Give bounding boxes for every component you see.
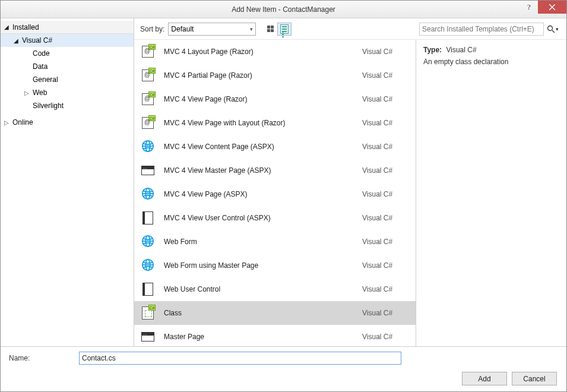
template-name: Web Form using Master Page xyxy=(164,261,354,270)
template-row[interactable]: •••Master PageVisual C# xyxy=(134,325,416,346)
template-name: MVC 4 Layout Page (Razor) xyxy=(164,48,354,56)
sidebar-item-code[interactable]: Code xyxy=(1,47,134,60)
sidebar-header-installed[interactable]: ◢ Installed xyxy=(1,21,134,34)
template-name: MVC 4 View Page (Razor) xyxy=(164,95,354,103)
template-list[interactable]: C#MVC 4 Layout Page (Razor)Visual C#C#MV… xyxy=(134,40,416,346)
template-row[interactable]: •••MVC 4 View Master Page (ASPX)Visual C… xyxy=(134,159,416,182)
template-lang: Visual C# xyxy=(362,190,410,198)
template-row[interactable]: MVC 4 View Content Page (ASPX)Visual C# xyxy=(134,135,416,159)
sidebar-item-label: Data xyxy=(33,62,47,71)
user-control-icon xyxy=(142,211,153,225)
details-pane: Type: Visual C# An empty class declarati… xyxy=(416,40,566,346)
template-row[interactable]: C#MVC 4 View Page (Razor)Visual C# xyxy=(134,87,416,111)
name-input[interactable] xyxy=(79,352,401,365)
sidebar-item-label: Code xyxy=(33,49,50,58)
template-lang: Visual C# xyxy=(362,238,410,246)
template-lang: Visual C# xyxy=(362,285,410,293)
list-icon xyxy=(280,24,289,34)
template-name: Class xyxy=(164,309,354,317)
template-row[interactable]: MVC 4 View Page (ASPX)Visual C# xyxy=(134,182,416,206)
chevron-down-icon: ◢ xyxy=(14,37,21,44)
sort-select[interactable]: Default ▾ xyxy=(168,23,256,36)
chevron-down-icon: ◢ xyxy=(4,24,11,30)
template-name: MVC 4 View Content Page (ASPX) xyxy=(164,143,354,151)
template-lang: Visual C# xyxy=(362,309,410,317)
sidebar-header-online[interactable]: ▷ Online xyxy=(1,116,134,129)
template-row[interactable]: Web Form using Master PageVisual C# xyxy=(134,254,416,277)
globe-icon xyxy=(141,258,154,273)
template-name: Web Form xyxy=(164,238,354,246)
sort-toolbar: Sort by: Default ▾ xyxy=(134,18,566,40)
sidebar-header-label: Installed xyxy=(12,23,39,31)
template-name: Master Page xyxy=(164,333,354,341)
master-page-icon: ••• xyxy=(141,332,154,342)
razor-icon: C# xyxy=(142,46,154,58)
svg-line-3 xyxy=(552,30,555,33)
close-button[interactable] xyxy=(538,1,566,14)
cancel-button[interactable]: Cancel xyxy=(512,372,557,385)
add-button[interactable]: Add xyxy=(462,372,507,385)
view-grid-button[interactable] xyxy=(263,23,277,36)
template-name: MVC 4 View User Control (ASPX) xyxy=(164,214,354,222)
sidebar-item-label: Silverlight xyxy=(33,102,64,110)
template-name: MVC 4 View Page with Layout (Razor) xyxy=(164,119,354,127)
sidebar-online-label: Online xyxy=(12,118,33,127)
template-row[interactable]: C#MVC 4 Partial Page (Razor)Visual C# xyxy=(134,64,416,87)
user-control-icon xyxy=(142,283,153,296)
globe-icon xyxy=(141,187,154,202)
sort-value: Default xyxy=(171,25,194,33)
chevron-right-icon: ▷ xyxy=(4,119,11,126)
help-button[interactable]: ? xyxy=(520,1,538,14)
template-row[interactable]: MVC 4 View User Control (ASPX)Visual C# xyxy=(134,206,416,230)
svg-point-2 xyxy=(548,26,553,30)
template-lang: Visual C# xyxy=(362,214,410,222)
category-sidebar: ◢ Installed ◢Visual C#CodeDataGeneral▷We… xyxy=(1,18,134,346)
template-row[interactable]: Web FormVisual C# xyxy=(134,230,416,254)
sidebar-item-label: General xyxy=(33,75,58,84)
globe-icon xyxy=(141,140,154,154)
razor-icon: C# xyxy=(142,69,154,81)
template-lang: Visual C# xyxy=(362,48,410,56)
master-page-icon: ••• xyxy=(141,166,154,175)
titlebar: Add New Item - ContactManager ? xyxy=(1,1,566,18)
template-name: Web User Control xyxy=(164,285,354,293)
sidebar-item-silverlight[interactable]: Silverlight xyxy=(1,99,134,112)
template-row[interactable]: C#MVC 4 Layout Page (Razor)Visual C# xyxy=(134,40,416,64)
view-list-button[interactable] xyxy=(277,23,292,36)
template-row[interactable]: C#MVC 4 View Page with Layout (Razor)Vis… xyxy=(134,111,416,135)
razor-icon: C# xyxy=(142,93,154,105)
window-title: Add New Item - ContactManager xyxy=(1,5,566,14)
template-row[interactable]: C#ClassVisual C# xyxy=(134,301,416,325)
search-button[interactable]: ▾ xyxy=(546,23,559,36)
sidebar-item-visual-c-[interactable]: ◢Visual C# xyxy=(1,34,134,47)
caret-down-icon: ▾ xyxy=(250,26,253,32)
sidebar-item-label: Visual C# xyxy=(22,36,52,45)
sidebar-item-web[interactable]: ▷Web xyxy=(1,86,134,99)
sort-label: Sort by: xyxy=(140,25,164,33)
name-label: Name: xyxy=(9,354,74,362)
template-lang: Visual C# xyxy=(362,166,410,175)
sidebar-item-label: Web xyxy=(33,88,47,97)
template-lang: Visual C# xyxy=(362,71,410,80)
sidebar-item-data[interactable]: Data xyxy=(1,60,134,73)
chevron-right-icon: ▷ xyxy=(24,90,31,96)
detail-description: An empty class declaration xyxy=(423,58,559,66)
template-lang: Visual C# xyxy=(362,95,410,103)
sidebar-item-general[interactable]: General xyxy=(1,73,134,86)
template-list-pane: Sort by: Default ▾ xyxy=(134,18,566,346)
class-icon: C# xyxy=(142,306,154,320)
bottom-panel: Name: Add Cancel xyxy=(1,347,566,391)
template-lang: Visual C# xyxy=(362,119,410,127)
template-row[interactable]: Web User ControlVisual C# xyxy=(134,277,416,301)
detail-type-label: Type: xyxy=(423,46,442,54)
search-input[interactable] xyxy=(419,23,544,36)
template-lang: Visual C# xyxy=(362,333,410,341)
razor-icon: C# xyxy=(142,117,154,129)
grid-icon xyxy=(267,26,274,32)
template-name: MVC 4 View Page (ASPX) xyxy=(164,190,354,198)
search-icon xyxy=(547,25,555,33)
template-lang: Visual C# xyxy=(362,143,410,151)
template-lang: Visual C# xyxy=(362,261,410,270)
template-name: MVC 4 Partial Page (Razor) xyxy=(164,71,354,80)
detail-type-value: Visual C# xyxy=(446,46,476,54)
